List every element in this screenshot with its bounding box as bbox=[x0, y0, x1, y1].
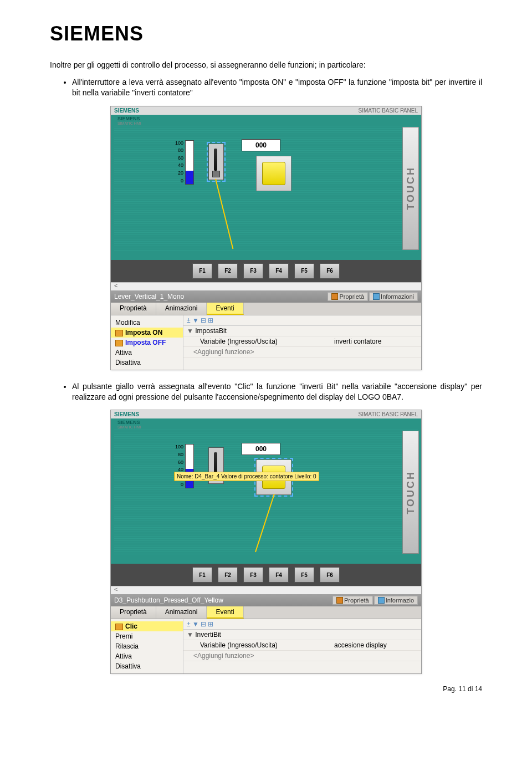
screenshot-1: SIEMENS SIMATIC BASIC PANEL SIEMENS SIMA… bbox=[110, 106, 422, 370]
event-rilascia[interactable]: Rilascia bbox=[111, 641, 183, 651]
f4-key[interactable]: F4 bbox=[269, 263, 289, 279]
f2-key[interactable]: F2 bbox=[218, 263, 238, 279]
touch-bezel: TOUCH bbox=[402, 127, 419, 250]
subtab-animazioni[interactable]: Animazioni bbox=[156, 606, 207, 619]
horizontal-scrollbar[interactable] bbox=[111, 586, 421, 594]
event-attiva[interactable]: Attiva bbox=[111, 348, 183, 358]
panel-product: SIMATIC BASIC PANEL bbox=[359, 411, 418, 417]
properties-inspector-tab[interactable]: Proprietà bbox=[328, 292, 368, 301]
properties-inspector-tab[interactable]: Proprietà bbox=[332, 596, 373, 605]
subtab-proprieta[interactable]: Proprietà bbox=[111, 606, 156, 619]
event-modifica[interactable]: Modifica bbox=[111, 318, 183, 328]
function-table: ▼ InvertiBit Variabile (Ingresso/Uscita)… bbox=[183, 630, 421, 661]
page-footer: Pag. 11 di 14 bbox=[50, 685, 482, 693]
callout-arrow bbox=[255, 494, 275, 552]
events-list: Clic Premi Rilascia Attiva Disattiva bbox=[111, 619, 183, 673]
event-disattiva[interactable]: Disattiva bbox=[111, 358, 183, 367]
event-attiva[interactable]: Attiva bbox=[111, 651, 183, 661]
panel-brand: SIEMENS bbox=[114, 411, 359, 417]
f1-key[interactable]: F1 bbox=[192, 567, 212, 583]
f2-key[interactable]: F2 bbox=[218, 567, 238, 583]
touch-bezel: TOUCH bbox=[402, 431, 419, 554]
numeric-display: 000 bbox=[242, 443, 280, 455]
function-table: ▼ ImpostaBit Variabile (Ingresso/Uscita)… bbox=[183, 326, 421, 358]
event-disattiva[interactable]: Disattiva bbox=[111, 661, 183, 671]
event-toolbar[interactable]: ± ▼ ⊟ ⊞ bbox=[183, 619, 421, 630]
object-tooltip: Nome: D4_Bar_4 Valore di processo: conta… bbox=[174, 472, 319, 481]
f4-key[interactable]: F4 bbox=[269, 567, 289, 583]
screenshot-2: SIEMENS SIMATIC BASIC PANEL SIEMENS SIMA… bbox=[110, 410, 422, 674]
event-imposta-off[interactable]: Imposta OFF bbox=[111, 338, 183, 348]
bargraph bbox=[185, 444, 194, 488]
info-inspector-tab[interactable]: Informazioni bbox=[369, 292, 418, 301]
f6-key[interactable]: F6 bbox=[320, 263, 340, 279]
panel-product: SIMATIC BASIC PANEL bbox=[359, 108, 418, 114]
event-toolbar[interactable]: ± ▼ ⊟ ⊞ bbox=[183, 315, 421, 326]
intro-paragraph: Inoltre per gli oggetti di controllo del… bbox=[50, 60, 482, 70]
bullet-2: Al pulsante giallo verrà assegnata all'e… bbox=[72, 381, 482, 402]
subtab-eventi[interactable]: Eventi bbox=[207, 303, 243, 315]
bargraph-ticks: 100806040200 bbox=[175, 140, 183, 183]
event-premi[interactable]: Premi bbox=[111, 631, 183, 641]
bullet-1: All'interruttore a leva verrà assegnato … bbox=[72, 77, 482, 98]
f1-key[interactable]: F1 bbox=[192, 263, 212, 279]
f6-key[interactable]: F6 bbox=[320, 567, 340, 583]
siemens-logo: SIEMENS bbox=[50, 22, 482, 45]
selected-object-name: D3_Pushbutton_Pressed_Off_Yellow bbox=[114, 596, 332, 604]
bargraph bbox=[185, 140, 194, 185]
yellow-pushbutton[interactable] bbox=[256, 156, 291, 191]
event-imposta-on[interactable]: Imposta ON bbox=[111, 328, 183, 338]
hmi-siemens-label: SIEMENS bbox=[117, 116, 140, 121]
function-key-row: F1 F2 F3 F4 F5 F6 bbox=[111, 564, 421, 586]
f3-key[interactable]: F3 bbox=[243, 263, 263, 279]
f5-key[interactable]: F5 bbox=[294, 263, 314, 279]
horizontal-scrollbar[interactable] bbox=[111, 282, 421, 290]
subtab-proprieta[interactable]: Proprietà bbox=[111, 303, 156, 315]
callout-arrow bbox=[215, 178, 233, 249]
subtab-eventi[interactable]: Eventi bbox=[207, 606, 243, 619]
f5-key[interactable]: F5 bbox=[294, 567, 314, 583]
numeric-display: 000 bbox=[242, 139, 280, 151]
f3-key[interactable]: F3 bbox=[243, 567, 263, 583]
function-key-row: F1 F2 F3 F4 F5 F6 bbox=[111, 260, 421, 282]
events-list: Modifica Imposta ON Imposta OFF Attiva D… bbox=[111, 315, 183, 370]
panel-brand: SIEMENS bbox=[114, 108, 359, 114]
subtab-animazioni[interactable]: Animazioni bbox=[156, 303, 207, 315]
lever-switch[interactable] bbox=[208, 144, 224, 180]
selected-object-name: Lever_Vertical_1_Mono bbox=[114, 293, 328, 300]
hmi-siemens-label: SIEMENS bbox=[117, 420, 140, 425]
event-clic[interactable]: Clic bbox=[111, 621, 183, 631]
info-inspector-tab[interactable]: Informazio bbox=[374, 596, 418, 605]
